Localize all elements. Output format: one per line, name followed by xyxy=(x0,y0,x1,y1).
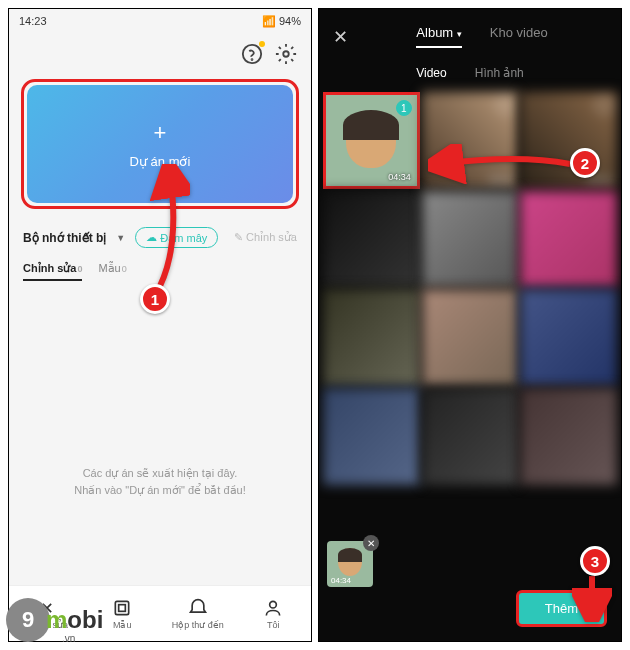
step-badge-1: 1 xyxy=(140,284,170,314)
media-thumb[interactable] xyxy=(323,289,420,386)
tab-stock-video[interactable]: Kho video xyxy=(490,25,548,48)
arrow-3 xyxy=(572,572,612,626)
media-type-tabs: Video Hình ảnh xyxy=(319,58,621,92)
pencil-icon: ✎ xyxy=(234,231,243,244)
remove-icon[interactable]: ✕ xyxy=(363,535,379,551)
selected-item[interactable]: ✕ 04:34 xyxy=(327,541,373,587)
arrow-1 xyxy=(140,164,190,298)
plus-icon: + xyxy=(154,120,167,146)
media-thumb[interactable] xyxy=(422,289,519,386)
chevron-down-icon: ▾ xyxy=(457,29,462,39)
step-badge-3: 3 xyxy=(580,546,610,576)
nav-inbox[interactable]: Hộp thư đến xyxy=(160,586,236,641)
subtab-edit[interactable]: Chỉnh sửa0 xyxy=(23,262,82,281)
media-thumb[interactable] xyxy=(422,191,519,288)
chevron-down-icon[interactable]: ▼ xyxy=(116,233,125,243)
media-thumb[interactable] xyxy=(422,388,519,485)
status-bar: 14:23 📶94% xyxy=(9,9,311,33)
settings-icon[interactable] xyxy=(275,43,297,65)
svg-point-5 xyxy=(270,601,277,608)
selection-ring xyxy=(596,97,612,113)
media-thumb[interactable] xyxy=(520,289,617,386)
status-time: 14:23 xyxy=(19,15,47,27)
subtab-template[interactable]: Mẫu0 xyxy=(98,262,126,281)
media-thumb[interactable] xyxy=(323,191,420,288)
selection-ring xyxy=(497,97,513,113)
status-icons: 📶94% xyxy=(262,15,301,28)
media-thumb[interactable] xyxy=(520,191,617,288)
picker-header: ✕ Album ▾ Kho video xyxy=(319,9,621,58)
edit-button[interactable]: ✎ Chỉnh sửa xyxy=(234,231,297,244)
duration-label: 04:34 xyxy=(388,172,411,182)
media-thumb-selected[interactable]: 1 04:34 xyxy=(323,92,420,189)
svg-point-2 xyxy=(283,51,289,57)
media-thumb[interactable] xyxy=(520,388,617,485)
empty-state: Các dự án sẽ xuất hiện tại đây. Nhấn vào… xyxy=(9,465,311,498)
subtab-video[interactable]: Video xyxy=(416,66,446,80)
subtab-image[interactable]: Hình ảnh xyxy=(475,66,524,80)
nav-profile[interactable]: Tôi xyxy=(236,586,312,641)
arrow-2 xyxy=(428,144,578,188)
close-icon[interactable]: ✕ xyxy=(333,26,357,48)
header-icons xyxy=(9,33,311,71)
selection-strip: ✕ 04:34 xyxy=(327,541,373,587)
help-icon[interactable] xyxy=(241,43,263,65)
watermark: 9 mobi .vn xyxy=(6,598,103,642)
selection-badge: 1 xyxy=(396,100,412,116)
media-thumb[interactable] xyxy=(323,388,420,485)
svg-rect-3 xyxy=(116,601,129,614)
step-badge-2: 2 xyxy=(570,148,600,178)
svg-rect-4 xyxy=(119,604,126,611)
tab-album[interactable]: Album ▾ xyxy=(416,25,461,48)
right-panel: ✕ Album ▾ Kho video Video Hình ảnh 1 04:… xyxy=(318,8,622,642)
left-panel: 14:23 📶94% + Dự án mới Bộ nhớ thiết bị ▼… xyxy=(8,8,312,642)
storage-title[interactable]: Bộ nhớ thiết bị xyxy=(23,231,106,245)
svg-point-1 xyxy=(252,59,253,60)
